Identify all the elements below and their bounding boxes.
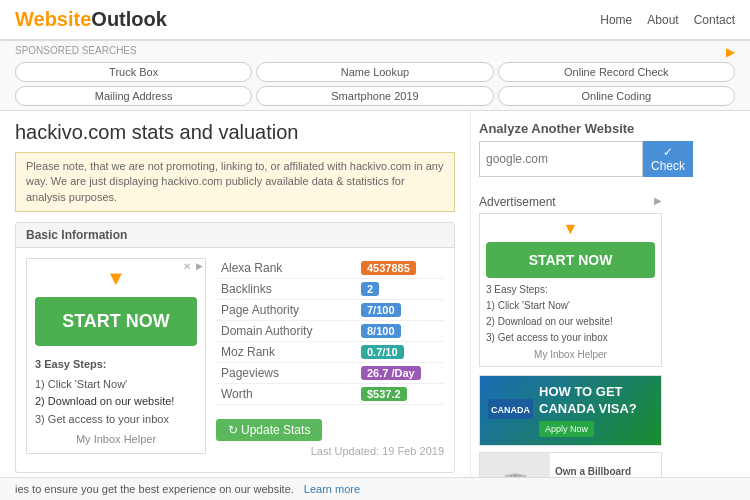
moz-rank-label: Moz Rank: [216, 342, 356, 363]
notice-text: Please note, that we are not promoting, …: [15, 152, 455, 212]
alexa-rank-label: Alexa Rank: [216, 258, 356, 279]
refresh-icon: ↻: [228, 423, 238, 437]
left-ad-box: ✕ ▶ ▼ START NOW 3 Easy Steps: 1) Click '…: [26, 258, 206, 453]
update-stats-button[interactable]: ↻ Update Stats: [216, 419, 322, 441]
sponsored-grid: Truck Box Name Lookup Online Record Chec…: [15, 62, 735, 106]
pageviews-value: 26.7 /Day: [361, 366, 421, 380]
apply-now-button[interactable]: Apply Now: [539, 421, 594, 437]
worth-row: Worth $537.2: [216, 384, 444, 405]
analyze-title: Analyze Another Website: [479, 121, 662, 136]
arrow-down-icon: ▼: [35, 267, 197, 290]
basic-info-header: Basic Information: [16, 223, 454, 248]
canada-ad: CANADA HOW TO GET CANADA VISA? Apply Now: [479, 375, 662, 446]
page-title: hackivo.com stats and valuation: [15, 121, 455, 144]
backlinks-label: Backlinks: [216, 279, 356, 300]
domain-authority-label: Domain Authority: [216, 321, 356, 342]
inbox-helper-label: My Inbox Helper: [35, 433, 197, 445]
alexa-rank-value: 4537885: [361, 261, 416, 275]
analyze-box: Analyze Another Website ✓ Check: [479, 121, 662, 177]
sponsored-item-5[interactable]: Online Coding: [498, 86, 735, 106]
step3: 3) Get access to your inbox: [35, 411, 197, 429]
basic-info-body: ✕ ▶ ▼ START NOW 3 Easy Steps: 1) Click '…: [16, 248, 454, 471]
right-step1: 1) Click 'Start Now': [486, 298, 655, 314]
worth-value: $537.2: [361, 387, 407, 401]
right-ad-box: ▼ START NOW 3 Easy Steps: 1) Click 'Star…: [479, 213, 662, 367]
right-inbox-helper: My Inbox Helper: [486, 349, 655, 360]
right-steps-title: 3 Easy Steps:: [486, 282, 655, 298]
canada-label: CANADA: [491, 405, 530, 415]
moz-rank-value: 0.7/10: [361, 345, 404, 359]
cookies-learn-more-link[interactable]: Learn more: [304, 483, 360, 495]
ad-section: Advertisement ▶ ▼ START NOW 3 Easy Steps…: [479, 187, 662, 367]
backlinks-value: 2: [361, 282, 379, 296]
stats-table: Alexa Rank 4537885 Backlinks 2 Page Auth…: [216, 258, 444, 405]
sponsored-item-3[interactable]: Mailing Address: [15, 86, 252, 106]
right-steps: 3 Easy Steps: 1) Click 'Start Now' 2) Do…: [486, 282, 655, 346]
nav-home[interactable]: Home: [600, 13, 632, 27]
right-start-now-button[interactable]: START NOW: [486, 242, 655, 278]
worth-label: Worth: [216, 384, 356, 405]
cookies-bar: ies to ensure you get the best experienc…: [0, 477, 750, 500]
right-step2: 2) Download on our website!: [486, 314, 655, 330]
start-now-button[interactable]: START NOW: [35, 297, 197, 346]
sponsored-item-1[interactable]: Name Lookup: [256, 62, 493, 82]
alexa-rank-row: Alexa Rank 4537885: [216, 258, 444, 279]
page-authority-value: 7/100: [361, 303, 401, 317]
domain-authority-value: 8/100: [361, 324, 401, 338]
step2: 2) Download on our website!: [35, 393, 197, 411]
ad-x-icon: ▶: [654, 195, 662, 206]
main-layout: hackivo.com stats and valuation Please n…: [0, 111, 750, 500]
last-updated: Last Updated: 19 Feb 2019: [216, 445, 444, 457]
basic-info-section: Basic Information ✕ ▶ ▼ START NOW 3 Easy…: [15, 222, 455, 472]
logo-outlook: Outlook: [91, 8, 167, 30]
sponsored-section: SPONSORED SEARCHES ▶ Truck Box Name Look…: [0, 40, 750, 111]
canada-ad-inner: CANADA HOW TO GET CANADA VISA? Apply Now: [480, 376, 661, 445]
page-authority-row: Page Authority 7/100: [216, 300, 444, 321]
easy-steps: 3 Easy Steps: 1) Click 'Start Now' 2) Do…: [35, 356, 197, 428]
ad-label: ▶: [196, 261, 203, 271]
right-panel: Analyze Another Website ✓ Check Advertis…: [470, 111, 670, 500]
nav: Home About Contact: [600, 13, 735, 27]
analyze-input-row: ✓ Check: [479, 141, 662, 177]
pageviews-row: Pageviews 26.7 /Day: [216, 363, 444, 384]
analyze-input[interactable]: [479, 141, 643, 177]
moz-rank-row: Moz Rank 0.7/10: [216, 342, 444, 363]
logo: WebsiteOutlook: [15, 8, 167, 31]
sponsored-item-0[interactable]: Truck Box: [15, 62, 252, 82]
right-step3: 3) Get access to your inbox: [486, 330, 655, 346]
page-authority-label: Page Authority: [216, 300, 356, 321]
sponsored-ad-icon: ▶: [726, 45, 735, 59]
logo-website: Website: [15, 8, 91, 30]
nav-contact[interactable]: Contact: [694, 13, 735, 27]
sponsored-label: SPONSORED SEARCHES ▶: [15, 45, 735, 59]
backlinks-row: Backlinks 2: [216, 279, 444, 300]
pageviews-label: Pageviews: [216, 363, 356, 384]
ad-close-icon[interactable]: ✕: [183, 261, 191, 272]
nav-about[interactable]: About: [647, 13, 678, 27]
left-panel: hackivo.com stats and valuation Please n…: [0, 111, 470, 500]
canada-ad-text: HOW TO GET CANADA VISA? Apply Now: [539, 384, 653, 437]
steps-title: 3 Easy Steps:: [35, 356, 197, 374]
sponsored-item-4[interactable]: Smartphone 2019: [256, 86, 493, 106]
sponsored-item-2[interactable]: Online Record Check: [498, 62, 735, 82]
step1: 1) Click 'Start Now': [35, 376, 197, 394]
domain-authority-row: Domain Authority 8/100: [216, 321, 444, 342]
right-arrow-icon: ▼: [486, 220, 655, 238]
ad-section-title: Advertisement: [479, 195, 556, 209]
header: WebsiteOutlook Home About Contact: [0, 0, 750, 40]
analyze-button[interactable]: ✓ Check: [643, 141, 693, 177]
cookies-text: ies to ensure you get the best experienc…: [15, 483, 294, 495]
